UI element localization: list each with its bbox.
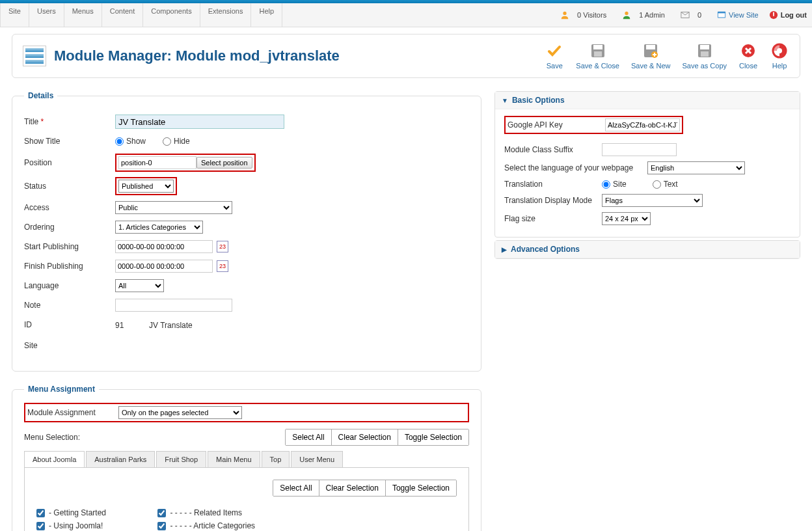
show-title-hide-radio[interactable]: [163, 137, 171, 146]
menu-tab[interactable]: Main Menu: [208, 451, 260, 467]
translation-site-radio[interactable]: [602, 180, 610, 189]
menu-tab[interactable]: User Menu: [291, 451, 343, 467]
menu-selection-label: Menu Selection:: [24, 433, 80, 442]
top-menu-item[interactable]: Help: [251, 3, 282, 27]
toggle-selection-button[interactable]: Toggle Selection: [385, 480, 456, 496]
svg-rect-6: [773, 12, 774, 16]
calendar-icon[interactable]: 23: [217, 260, 228, 272]
save-button[interactable]: Save: [545, 42, 564, 70]
select-all-button[interactable]: Select All: [286, 429, 331, 445]
translation-label: Translation: [504, 180, 602, 189]
access-select[interactable]: Public: [115, 201, 232, 214]
menu-tab[interactable]: Fruit Shop: [156, 451, 206, 467]
menu-tab[interactable]: Top: [262, 451, 290, 467]
finish-pub-label: Finish Publishing: [24, 262, 115, 271]
basic-options-panel: ▼Basic Options Google API Key Module Cla…: [494, 91, 800, 238]
logout-link[interactable]: Log out: [764, 3, 812, 27]
status-select[interactable]: Published: [118, 180, 174, 193]
menu-tabs: About JoomlaAustralian ParksFruit ShopMa…: [24, 451, 469, 467]
admin-count: 1 Admin: [617, 3, 675, 27]
save-copy-button[interactable]: Save as Copy: [683, 42, 727, 70]
suffix-label: Module Class Suffix: [504, 145, 602, 154]
top-menu-item[interactable]: Users: [29, 3, 64, 27]
module-assignment-highlight: Module Assignment Only on the pages sele…: [24, 403, 469, 422]
note-input[interactable]: [115, 299, 232, 312]
show-title-show-radio[interactable]: [115, 137, 124, 146]
calendar-icon[interactable]: 23: [217, 241, 228, 252]
title-input[interactable]: [115, 115, 284, 129]
menu-selection-buttons-inner: Select All Clear Selection Toggle Select…: [273, 480, 457, 497]
basic-options-header[interactable]: ▼Basic Options: [495, 92, 800, 109]
save-new-button[interactable]: Save & New: [631, 42, 671, 70]
top-menu-item[interactable]: Site: [0, 3, 29, 27]
page-header: Module Manager: Module mod_jvtranslate S…: [12, 34, 800, 78]
menu-tab[interactable]: Australian Parks: [86, 451, 155, 467]
top-menubar: SiteUsersMenusContentComponentsExtension…: [0, 3, 812, 27]
menu-item-label: - - - - - Related Items: [170, 508, 242, 517]
svg-rect-11: [646, 45, 655, 49]
menu-item-label: - Getting Started: [49, 508, 106, 517]
status-highlight: Published: [115, 177, 177, 195]
view-site-link[interactable]: View Site: [712, 3, 764, 27]
menu-item-checkbox[interactable]: [36, 509, 45, 517]
top-menu-item[interactable]: Components: [143, 3, 200, 27]
details-legend: Details: [24, 91, 57, 100]
api-key-label: Google API Key: [508, 120, 605, 129]
webpage-language-select[interactable]: English: [647, 161, 745, 174]
api-key-highlight: Google API Key: [504, 116, 683, 134]
clear-selection-button[interactable]: Clear Selection: [331, 429, 398, 445]
menu-item-row: - - - - - Article Categories: [157, 521, 255, 530]
ordering-label: Ordering: [24, 223, 115, 232]
language-label: Language: [24, 281, 115, 290]
mail-count: 0: [675, 3, 712, 27]
menu-item-row: - - - - - Related Items: [157, 508, 255, 517]
ordering-select[interactable]: 1. Articles Categories: [115, 221, 203, 234]
module-icon: [23, 46, 46, 66]
top-menu-item[interactable]: Content: [102, 3, 144, 27]
save-close-button[interactable]: Save & Close: [576, 42, 619, 70]
svg-rect-15: [701, 51, 709, 57]
svg-point-0: [563, 12, 566, 15]
top-menu-item[interactable]: Menus: [64, 3, 102, 27]
svg-point-18: [777, 48, 782, 53]
visitors-count: 0 Visitors: [555, 3, 617, 27]
position-highlight: Select position: [115, 154, 256, 172]
flag-size-select[interactable]: 24 x 24 px: [602, 212, 651, 225]
svg-point-1: [625, 12, 629, 15]
id-label: ID: [24, 320, 115, 329]
language-select[interactable]: All: [115, 279, 164, 292]
clear-selection-button[interactable]: Clear Selection: [319, 480, 385, 496]
start-pub-label: Start Publishing: [24, 242, 115, 251]
svg-rect-14: [700, 45, 709, 49]
translation-text-radio[interactable]: [653, 180, 661, 189]
menu-item-row: - Using Joomla!: [36, 521, 118, 530]
finish-pub-input[interactable]: [115, 260, 213, 273]
menu-item-checkbox[interactable]: [36, 522, 45, 530]
close-button[interactable]: Close: [738, 42, 758, 70]
position-input[interactable]: [118, 156, 196, 169]
top-menu-item[interactable]: Extensions: [200, 3, 252, 27]
details-fieldset: Details Title * Show Title Show Hide Pos…: [12, 91, 481, 372]
menu-assignment-legend: Menu Assignment: [24, 385, 99, 394]
menu-item-checkbox[interactable]: [157, 509, 166, 517]
title-label: Title *: [24, 117, 115, 126]
chevron-right-icon: ▶: [502, 246, 507, 253]
suffix-input[interactable]: [602, 143, 677, 156]
menu-assignment-fieldset: Menu Assignment Module Assignment Only o…: [12, 385, 481, 531]
menu-item-label: - - - - - Article Categories: [170, 521, 255, 530]
lang-select-label: Select the language of your webpage: [504, 163, 647, 172]
help-button[interactable]: Help: [770, 42, 789, 70]
api-key-input[interactable]: [605, 118, 680, 131]
module-assignment-select[interactable]: Only on the pages selected: [118, 406, 242, 419]
menu-item-checkbox[interactable]: [157, 522, 166, 530]
select-all-button[interactable]: Select All: [273, 480, 318, 496]
select-position-button[interactable]: Select position: [196, 157, 252, 169]
toggle-selection-button[interactable]: Toggle Selection: [398, 429, 468, 445]
start-pub-input[interactable]: [115, 240, 213, 253]
display-mode-select[interactable]: Flags: [602, 194, 703, 207]
menu-tab[interactable]: About Joomla: [24, 451, 85, 467]
advanced-options-header[interactable]: ▶Advanced Options: [495, 241, 800, 258]
site-label: Site: [24, 337, 115, 354]
advanced-options-panel: ▶Advanced Options: [494, 240, 800, 259]
menu-item-label: - Using Joomla!: [49, 521, 103, 530]
